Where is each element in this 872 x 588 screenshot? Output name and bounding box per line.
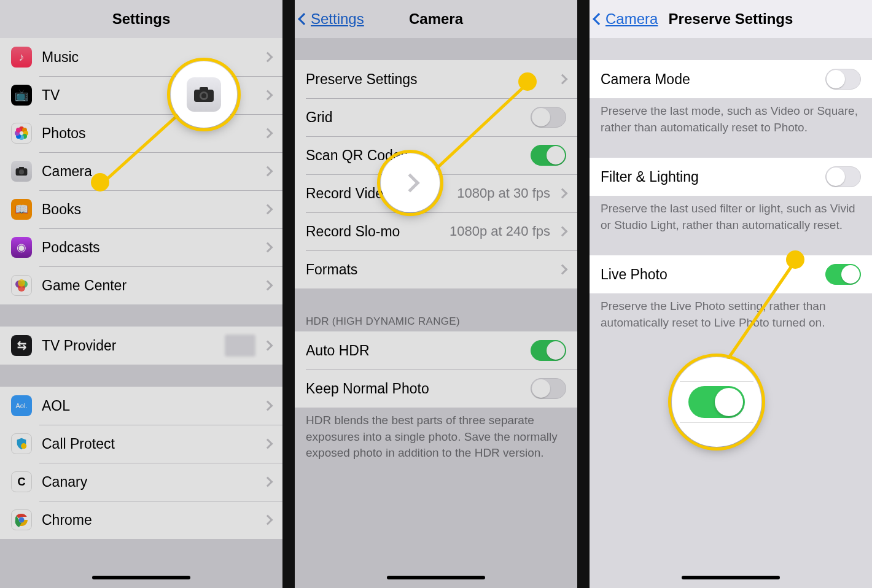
row-label: Music xyxy=(42,49,260,66)
highlight-dot xyxy=(91,173,109,191)
chrome-icon xyxy=(11,509,32,530)
screen-camera: Settings Camera Preserve SettingsGridSca… xyxy=(295,0,577,588)
row-label: Formats xyxy=(306,261,555,278)
navbar: Settings xyxy=(0,0,282,38)
row-label: Podcasts xyxy=(42,239,260,256)
row-label: TV Provider xyxy=(42,338,225,354)
row-label: Auto HDR xyxy=(306,342,531,359)
back-label: Camera xyxy=(605,10,658,28)
chevron-right-icon xyxy=(263,280,273,291)
music-icon: ♪ xyxy=(11,47,32,68)
row-value: 1080p at 30 fps xyxy=(457,185,550,201)
row-grid[interactable]: Grid xyxy=(295,98,577,136)
settings-row-gc[interactable]: Game Center xyxy=(0,266,282,304)
row-filter-lighting[interactable]: Filter & Lighting xyxy=(590,158,872,196)
callout-camera-icon xyxy=(171,61,237,128)
row-label: Record Slo-mo xyxy=(306,223,450,240)
row-label: Call Protect xyxy=(42,436,260,452)
group-footer: Preserve the last used filter or light, … xyxy=(590,196,872,233)
svg-point-21 xyxy=(200,91,208,100)
svg-point-15 xyxy=(21,443,26,449)
photos-icon xyxy=(11,123,32,144)
callp-icon xyxy=(11,433,32,454)
chevron-right-icon xyxy=(558,74,568,85)
settings-row-tvp[interactable]: ⇆TV Provider xyxy=(0,327,282,365)
chevron-right-icon xyxy=(263,439,273,449)
back-button[interactable]: Settings xyxy=(300,10,364,28)
tvp-icon: ⇆ xyxy=(11,335,32,356)
toggle[interactable] xyxy=(825,69,861,90)
row-keep-normal-photo[interactable]: Keep Normal Photo xyxy=(295,369,577,408)
svg-rect-20 xyxy=(200,87,208,91)
chevron-right-icon xyxy=(263,128,273,139)
tv-icon: 📺 xyxy=(11,85,32,106)
toggle[interactable] xyxy=(531,145,566,166)
chevron-left-icon xyxy=(298,13,310,25)
row-record-slo-mo[interactable]: Record Slo-mo1080p at 240 fps xyxy=(295,212,577,250)
row-label: Books xyxy=(42,201,260,218)
svg-point-22 xyxy=(201,93,206,98)
row-camera-mode[interactable]: Camera Mode xyxy=(590,60,872,98)
row-label: Camera xyxy=(42,163,260,180)
books-icon: 📖 xyxy=(11,199,32,220)
navbar: Settings Camera xyxy=(295,0,577,38)
row-live-photo[interactable]: Live Photo xyxy=(590,255,872,293)
navbar: Camera Preserve Settings xyxy=(590,0,872,38)
row-label: Game Center xyxy=(42,277,260,294)
row-label: Grid xyxy=(306,109,531,126)
row-formats[interactable]: Formats xyxy=(295,250,577,288)
settings-row-music[interactable]: ♪Music xyxy=(0,38,282,76)
gc-icon xyxy=(11,275,32,296)
row-value: 1080p at 240 fps xyxy=(450,223,550,239)
row-label: Canary xyxy=(42,474,260,490)
camera-app-icon xyxy=(187,77,221,112)
highlight-dot xyxy=(786,250,804,269)
row-label: Preserve Settings xyxy=(306,71,555,88)
chevron-right-icon xyxy=(263,52,273,63)
canary-icon: C xyxy=(11,471,32,492)
row-auto-hdr[interactable]: Auto HDR xyxy=(295,331,577,369)
settings-row-podcasts[interactable]: ◉Podcasts xyxy=(0,228,282,266)
row-label: Filter & Lighting xyxy=(601,169,825,185)
group-footer-hdr: HDR blends the best parts of three separ… xyxy=(295,408,577,462)
home-indicator[interactable] xyxy=(92,576,190,579)
group-header-hdr: HDR (HIGH DYNAMIC RANGE) xyxy=(295,311,577,331)
home-indicator[interactable] xyxy=(682,576,780,579)
chevron-right-icon xyxy=(263,401,273,411)
chevron-right-icon xyxy=(400,173,419,192)
chevron-right-icon xyxy=(263,242,273,253)
chevron-right-icon xyxy=(558,188,568,199)
group-footer: Preserve the last mode, such as Video or… xyxy=(590,98,872,136)
camera-icon xyxy=(11,161,32,182)
home-indicator[interactable] xyxy=(387,576,485,579)
nav-title: Settings xyxy=(112,10,171,28)
toggle[interactable] xyxy=(825,166,861,187)
svg-point-14 xyxy=(18,279,25,287)
settings-row-photos[interactable]: Photos xyxy=(0,114,282,152)
chevron-left-icon xyxy=(593,13,605,25)
chevron-right-icon xyxy=(263,90,273,101)
settings-row-callp[interactable]: Call Protect xyxy=(0,425,282,463)
toggle[interactable] xyxy=(531,378,566,399)
screen-settings: Settings ♪Music📺TVPhotosCamera📖Books◉Pod… xyxy=(0,0,282,588)
settings-row-aol[interactable]: Aol.AOL xyxy=(0,387,282,425)
row-label: Camera Mode xyxy=(601,71,825,88)
toggle-on-preview xyxy=(688,386,745,418)
chevron-right-icon xyxy=(263,341,273,351)
toggle[interactable] xyxy=(531,340,566,361)
chevron-right-icon xyxy=(558,226,568,237)
row-label: Chrome xyxy=(42,512,260,528)
back-button[interactable]: Camera xyxy=(594,10,658,28)
row-label: Keep Normal Photo xyxy=(306,381,531,397)
back-label: Settings xyxy=(311,10,364,28)
svg-rect-9 xyxy=(19,167,24,169)
chevron-right-icon xyxy=(558,265,568,275)
toggle[interactable] xyxy=(825,264,861,285)
svg-point-10 xyxy=(19,169,24,174)
settings-row-books[interactable]: 📖Books xyxy=(0,190,282,228)
settings-row-chrome[interactable]: Chrome xyxy=(0,501,282,539)
toggle[interactable] xyxy=(531,107,566,128)
redacted-value xyxy=(225,335,255,357)
settings-row-camera[interactable]: Camera xyxy=(0,152,282,190)
settings-row-canary[interactable]: CCanary xyxy=(0,463,282,501)
